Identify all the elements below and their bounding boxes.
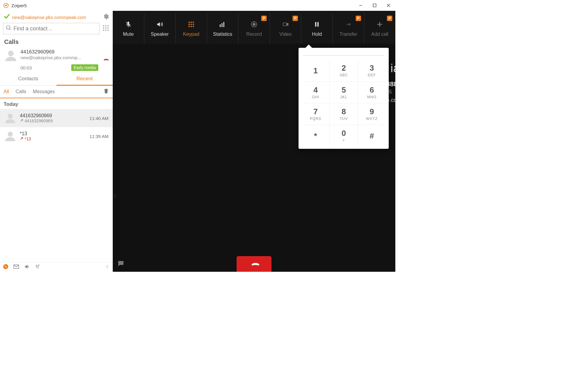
sidebar: new@oakeprise.pbx.commpeak.com Calls <box>0 11 113 272</box>
svg-rect-16 <box>108 30 109 31</box>
keypad-digit: * <box>314 132 317 140</box>
svg-rect-31 <box>220 24 221 27</box>
active-call-subtitle: new@oakeprise.pbx.commp... <box>20 55 98 60</box>
hold-icon <box>314 20 320 29</box>
pro-badge: P <box>293 16 298 21</box>
account-label[interactable]: new@oakeprise.pbx.commpeak.com <box>12 15 100 20</box>
avatar-icon <box>4 130 16 142</box>
keypad-digit: 2 <box>342 64 346 72</box>
recent-item[interactable]: 441632960969 441632960969 11:40 AM <box>0 109 113 127</box>
recent-filter-row: All Calls Messages <box>0 86 113 98</box>
keypad-key-1[interactable]: 1 <box>302 60 329 81</box>
recent-title: *13 <box>20 131 86 136</box>
active-call-duration: 00:03 <box>20 65 32 70</box>
svg-rect-15 <box>105 30 106 31</box>
mute-button[interactable]: Mute <box>113 13 144 44</box>
pane-drag-handle-icon[interactable]: ⋮ <box>113 194 117 198</box>
search-icon <box>6 25 12 32</box>
active-call-card[interactable]: 441632960969 new@oakeprise.pbx.commp... … <box>0 47 113 73</box>
keypad-letters: + <box>342 138 345 142</box>
maximize-button[interactable] <box>368 0 382 11</box>
keypad-digit: 9 <box>370 108 374 115</box>
headset-icon[interactable] <box>35 264 41 271</box>
keypad-letters: DEF <box>368 73 376 77</box>
add-icon <box>376 20 383 29</box>
add-call-button[interactable]: P Add call <box>364 13 396 44</box>
tab-recent[interactable]: Recent <box>57 73 113 86</box>
keypad-key-8[interactable]: 8TUV <box>329 103 357 125</box>
svg-point-35 <box>253 23 255 26</box>
keypad-button[interactable]: Keypad <box>175 13 207 44</box>
pro-badge: P <box>387 16 392 21</box>
svg-rect-3 <box>373 4 376 7</box>
recent-item[interactable]: *13 *13 11:39 AM <box>0 127 113 145</box>
record-button[interactable]: P Record <box>238 13 270 44</box>
speaker-volume-icon[interactable] <box>24 264 30 271</box>
keypad-key-#[interactable]: # <box>358 125 386 146</box>
hold-button[interactable]: Hold <box>301 13 333 44</box>
keypad-key-0[interactable]: 0+ <box>329 125 357 146</box>
hangup-button[interactable] <box>237 256 271 272</box>
keypad-key-3[interactable]: 3DEF <box>358 60 386 81</box>
contacts-recent-tabs: Contacts Recent <box>0 73 113 86</box>
keypad-key-2[interactable]: 2ABC <box>329 60 357 81</box>
mini-hangup-icon[interactable] <box>101 56 109 65</box>
svg-rect-9 <box>105 25 106 26</box>
transfer-icon <box>345 20 352 29</box>
keypad-letters: TUV <box>340 117 348 121</box>
mail-icon[interactable] <box>13 264 19 271</box>
trash-icon[interactable] <box>103 88 109 95</box>
keypad-key-9[interactable]: 9WXYZ <box>358 103 386 125</box>
dialpad-grid-icon[interactable] <box>102 25 110 32</box>
call-pane: Mute Speaker Keypad Statistics P Record … <box>113 11 395 272</box>
keypad-key-5[interactable]: 5JKL <box>329 81 357 103</box>
collapse-chevron-icon[interactable] <box>105 264 110 270</box>
calls-heading: Calls <box>0 37 113 47</box>
keypad-input[interactable] <box>303 53 384 56</box>
keypad-letters: ABC <box>340 73 348 77</box>
svg-rect-8 <box>103 25 104 26</box>
settings-gear-icon[interactable] <box>103 13 109 21</box>
svg-rect-27 <box>193 24 194 25</box>
video-button[interactable]: P Video <box>270 13 301 44</box>
svg-rect-36 <box>283 23 287 26</box>
keypad-letters: JKL <box>340 95 348 99</box>
transfer-button[interactable]: P Transfer <box>333 13 364 44</box>
search-row <box>0 23 113 37</box>
svg-rect-25 <box>188 24 190 25</box>
avatar-icon <box>4 49 17 62</box>
search-box[interactable] <box>3 23 100 34</box>
svg-rect-14 <box>103 30 104 31</box>
recent-sub: 441632960969 <box>20 118 86 123</box>
keypad-digit: 6 <box>370 86 374 94</box>
statistics-button[interactable]: Statistics <box>207 13 238 44</box>
close-button[interactable] <box>382 0 395 11</box>
chat-bubble-icon[interactable] <box>117 260 125 269</box>
phone-icon[interactable] <box>3 264 8 271</box>
minimize-button[interactable] <box>354 0 368 11</box>
svg-rect-29 <box>191 26 192 27</box>
svg-point-17 <box>8 51 14 56</box>
speaker-button[interactable]: Speaker <box>144 13 176 44</box>
pro-badge: P <box>356 16 361 21</box>
recent-time: 11:40 AM <box>90 116 109 121</box>
sidebar-footer <box>0 262 113 272</box>
titlebar: Zoiper5 <box>0 0 395 11</box>
keypad-key-4[interactable]: 4GHI <box>302 81 329 103</box>
search-input[interactable] <box>14 26 97 32</box>
keypad-digit: 4 <box>313 86 317 94</box>
svg-rect-37 <box>315 22 316 27</box>
svg-rect-12 <box>105 27 106 29</box>
tab-contacts[interactable]: Contacts <box>0 73 57 85</box>
filter-all[interactable]: All <box>4 89 9 94</box>
keypad-key-7[interactable]: 7PQRS <box>302 103 329 125</box>
filter-messages[interactable]: Messages <box>33 89 55 94</box>
keypad-popup: 12ABC3DEF4GHI5JKL6MNO7PQRS8TUV9WXYZ*0+# <box>299 48 389 149</box>
keypad-key-*[interactable]: * <box>302 125 329 146</box>
keypad-digit: # <box>370 132 374 140</box>
filter-calls[interactable]: Calls <box>16 89 26 94</box>
statistics-icon <box>219 20 226 29</box>
keypad-key-6[interactable]: 6MNO <box>358 81 386 103</box>
keypad-grid: 12ABC3DEF4GHI5JKL6MNO7PQRS8TUV9WXYZ*0+# <box>302 60 386 146</box>
keypad-digit: 1 <box>313 67 317 75</box>
